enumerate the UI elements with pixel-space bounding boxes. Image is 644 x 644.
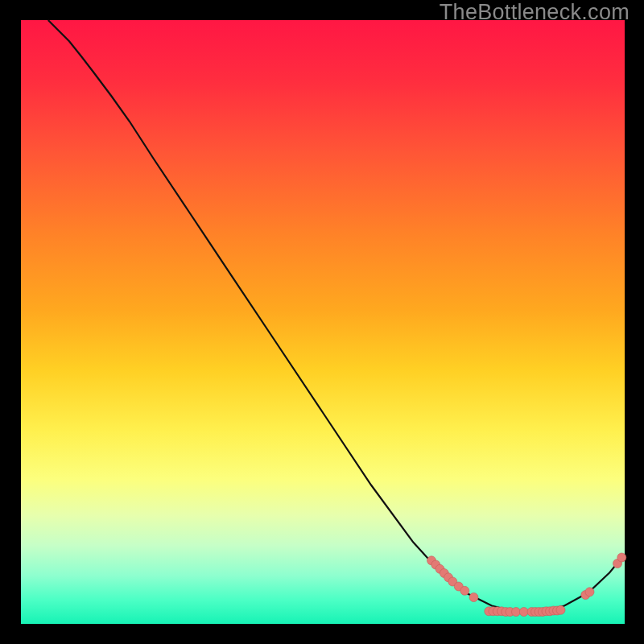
curve-line: [48, 20, 622, 612]
plot-area: [21, 20, 625, 624]
data-point: [519, 608, 528, 617]
data-point: [585, 588, 594, 597]
chart-container: TheBottleneck.com: [0, 0, 644, 644]
data-point: [469, 593, 478, 602]
data-point: [617, 553, 626, 562]
chart-svg: [21, 20, 625, 624]
watermark: TheBottleneck.com: [440, 0, 630, 25]
data-point: [512, 608, 521, 617]
data-point: [460, 586, 469, 595]
data-point: [556, 605, 565, 614]
